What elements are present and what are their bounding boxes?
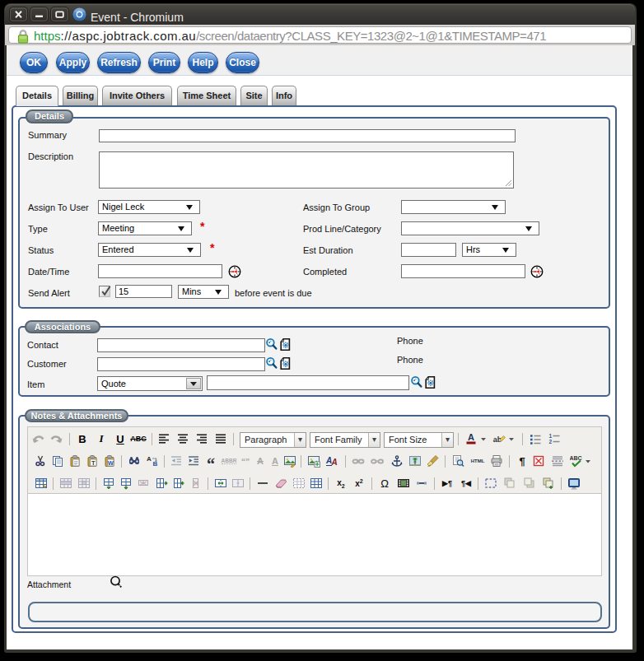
svg-text:A: A <box>147 455 152 463</box>
svg-text:A: A <box>468 432 474 442</box>
svg-text:2: 2 <box>549 439 553 445</box>
svg-text:B: B <box>153 460 158 468</box>
svg-text:W: W <box>108 459 114 467</box>
svg-text:T: T <box>91 459 96 467</box>
svg-text:1: 1 <box>549 433 553 439</box>
